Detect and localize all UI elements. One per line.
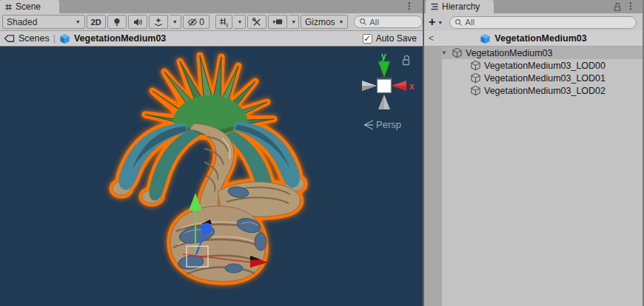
tab-hierarchy-label: Hierarchy <box>442 1 480 12</box>
magnifier-icon <box>359 18 367 26</box>
hierarchy-row-lod02[interactable]: VegetationMedium03_LOD02 <box>424 84 643 97</box>
prefab-root-title[interactable]: VegetationMedium03 <box>494 33 586 44</box>
chevron-down-icon: ▼ <box>339 19 344 24</box>
gameobject-label: VegetationMedium03_LOD00 <box>484 61 606 71</box>
hierarchy-row-lod00[interactable]: VegetationMedium03_LOD00 <box>424 59 643 72</box>
hierarchy-toolbar: + ▼ All <box>424 13 643 31</box>
video-camera-icon <box>272 17 284 27</box>
scene-toolbar: Shaded ▼ 2D ▼ <box>0 13 423 31</box>
wireframe-cube-icon <box>470 85 481 96</box>
scene-visibility-button[interactable]: 0 <box>183 15 209 29</box>
scene-effects-dropdown[interactable]: ▼ <box>170 15 181 29</box>
speaker-icon <box>133 17 143 27</box>
axis-x-label: x <box>409 81 415 92</box>
gameobject-label: VegetationMedium03_LOD01 <box>484 73 606 84</box>
chevron-down-icon: ▼ <box>291 19 296 24</box>
add-gameobject-button[interactable]: + <box>429 16 435 28</box>
hierarchy-row-root[interactable]: ▼ VegetationMedium03 <box>424 47 643 59</box>
breadcrumb: Scenes | VegetationMedium03 ✓ Auto Save <box>0 31 423 47</box>
hierarchy-search-input[interactable]: All <box>449 16 637 29</box>
scene-audio-button[interactable] <box>128 15 147 29</box>
chevron-down-icon: ▼ <box>237 19 242 24</box>
gameobject-label: VegetationMedium03_LOD02 <box>484 86 606 96</box>
wireframe-cube-icon <box>470 60 481 71</box>
check-icon: ✓ <box>364 35 371 43</box>
axis-y-label: y <box>381 51 386 61</box>
axis-y-cone[interactable] <box>378 61 390 78</box>
eye-crossed-icon <box>187 17 198 27</box>
scene-lighting-button[interactable] <box>107 15 127 29</box>
hierarchy-tabbar: Hierarchy ⋮ <box>424 0 643 13</box>
auto-save-checkbox[interactable]: ✓ <box>363 34 372 44</box>
svg-text:y: y <box>226 22 229 27</box>
gameobject-label: VegetationMedium03 <box>466 48 552 58</box>
auto-save-label: Auto Save <box>376 33 417 44</box>
padlock-unlocked-icon[interactable] <box>613 2 622 12</box>
breadcrumb-current[interactable]: VegetationMedium03 <box>74 33 166 44</box>
tab-hierarchy[interactable]: Hierarchy <box>426 0 494 13</box>
shading-mode-label: Shaded <box>7 17 37 27</box>
magnifier-icon <box>455 18 463 27</box>
chevron-down-icon: ▼ <box>172 19 178 24</box>
hierarchy-tree: ▼ VegetationMedium03 VegetationMedium03_… <box>424 47 643 306</box>
grid-axis-icon: y <box>218 17 229 27</box>
scene-camera-button[interactable] <box>268 15 287 29</box>
list-lines-icon <box>430 2 439 11</box>
toggle-2d-button[interactable]: 2D <box>87 15 106 29</box>
breadcrumb-separator: | <box>53 33 56 44</box>
overlay-tools-button[interactable] <box>247 15 266 29</box>
orientation-cube-center[interactable] <box>378 78 391 92</box>
scene-search-value: All <box>369 18 379 27</box>
hierarchy-search-value: All <box>465 18 474 27</box>
crossed-tools-icon <box>252 17 262 27</box>
scene-effects-button[interactable] <box>149 15 168 29</box>
scene-menu-kebab-icon[interactable]: ⋮ <box>405 1 414 10</box>
blue-cube-icon <box>480 33 491 44</box>
scene-panel: Scene ⋮ Shaded ▼ 2D <box>0 0 423 306</box>
tab-scene[interactable]: Scene <box>0 0 59 13</box>
toggle-2d-label: 2D <box>91 18 101 27</box>
wireframe-cube-icon <box>470 72 481 84</box>
orientation-gizmo[interactable]: y x Persp <box>355 50 423 133</box>
hierarchy-menu-kebab-icon[interactable]: ⋮ <box>626 1 635 10</box>
hidden-count-label: 0 <box>199 17 204 27</box>
move-gizmo-z-handle <box>201 223 212 234</box>
perspective-icon[interactable] <box>364 120 373 129</box>
scene-camera-dropdown[interactable]: ▼ <box>289 15 299 29</box>
shading-mode-dropdown[interactable]: Shaded ▼ <box>2 15 85 29</box>
hierarchy-row-lod01[interactable]: VegetationMedium03_LOD01 <box>424 72 643 84</box>
foldout-arrow-icon[interactable]: ▼ <box>441 50 449 56</box>
wireframe-cube-icon <box>452 47 463 58</box>
back-tag-icon <box>4 34 15 43</box>
scene-viewport[interactable]: y x Persp <box>0 47 423 306</box>
back-chevron[interactable]: < <box>429 33 434 44</box>
projection-label[interactable]: Persp <box>376 119 401 130</box>
prefab-isolation-header: < VegetationMedium03 <box>424 31 643 47</box>
breadcrumb-scenes[interactable]: Scenes <box>19 33 50 44</box>
scene-search-input[interactable]: All <box>354 16 423 28</box>
hierarchy-panel: Hierarchy ⋮ + ▼ All < Vegetat <box>424 0 644 306</box>
gizmos-dropdown[interactable]: Gizmos ▼ <box>301 15 348 29</box>
chevron-down-icon: ▼ <box>76 19 81 24</box>
scene-tabbar: Scene ⋮ <box>0 0 423 13</box>
chevron-down-icon[interactable]: ▼ <box>437 20 443 25</box>
gizmos-label: Gizmos <box>305 17 335 27</box>
grid-visibility-button[interactable]: y <box>215 15 233 29</box>
lightbulb-icon <box>112 17 122 27</box>
blue-cube-icon <box>59 33 70 44</box>
padlock-unlocked-icon[interactable] <box>403 55 409 64</box>
grid-icon <box>4 3 13 11</box>
sparkle-star-icon <box>153 17 164 27</box>
tab-scene-label: Scene <box>16 1 41 12</box>
grid-dropdown[interactable]: ▼ <box>234 15 246 29</box>
unity-editor-window: Scene ⋮ Shaded ▼ 2D <box>0 0 644 306</box>
